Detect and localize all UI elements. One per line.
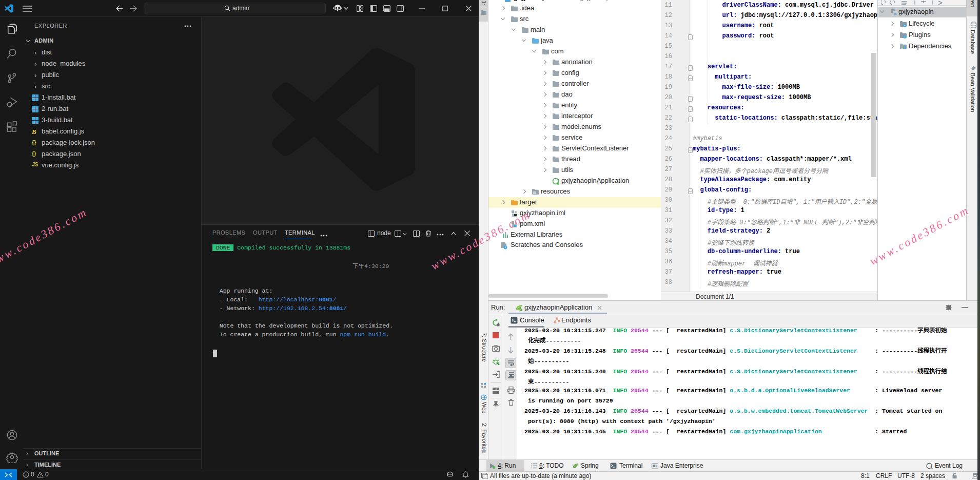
svg-text:m: m xyxy=(894,12,897,16)
